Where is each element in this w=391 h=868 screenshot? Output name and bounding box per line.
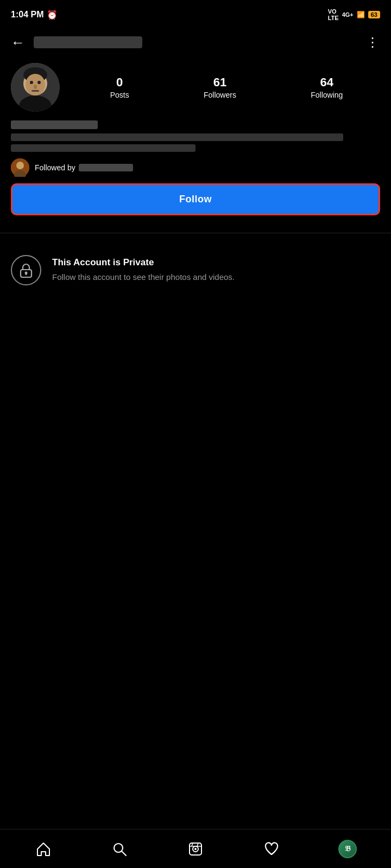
- following-count: 64: [320, 75, 333, 90]
- nav-left: ←: [11, 34, 142, 51]
- followed-by-section: Followed by: [11, 158, 380, 177]
- more-options-button[interactable]: ⋮: [366, 35, 380, 50]
- username-display: [34, 36, 142, 48]
- bio-line-2: [11, 144, 195, 152]
- reels-icon: [188, 841, 203, 857]
- time-display: 1:04 PM: [11, 10, 43, 20]
- bio-line-1: [11, 133, 343, 141]
- follower-avatar: [11, 158, 29, 177]
- svg-point-5: [30, 81, 33, 84]
- profile-top: 0 Posts 61 Followers 64 Following: [11, 63, 380, 112]
- network-label: VOLTE: [328, 8, 339, 21]
- search-icon: [112, 841, 127, 857]
- followed-by-label: Followed by: [35, 163, 75, 172]
- private-account-section: This Account is Private Follow this acco…: [0, 246, 391, 294]
- svg-point-6: [37, 81, 41, 84]
- profile-nav-avatar: 𝔅: [338, 840, 357, 858]
- svg-point-10: [16, 162, 24, 169]
- network-4g: 4G+: [342, 11, 354, 18]
- follower-name: [79, 164, 133, 171]
- follow-button[interactable]: Follow: [11, 183, 380, 215]
- svg-point-19: [194, 848, 197, 850]
- profile-nav-initials: 𝔅: [345, 844, 351, 853]
- status-time: 1:04 PM ⏰: [11, 10, 58, 20]
- private-description: Follow this account to see their photos …: [52, 271, 235, 283]
- following-stat[interactable]: 64 Following: [311, 75, 343, 99]
- posts-count: 0: [116, 75, 123, 90]
- followers-stat[interactable]: 61 Followers: [204, 75, 236, 99]
- nav-search[interactable]: [103, 835, 136, 863]
- followers-label: Followers: [204, 91, 236, 99]
- avatar-svg: [11, 63, 60, 112]
- alarm-icon: ⏰: [47, 10, 58, 20]
- bottom-nav: 𝔅: [0, 829, 391, 868]
- private-title: This Account is Private: [52, 257, 235, 268]
- heart-icon: [264, 841, 279, 857]
- nav-activity[interactable]: [255, 835, 288, 863]
- follower-avatar-img: [11, 158, 29, 177]
- svg-rect-8: [31, 90, 39, 92]
- bio-section: [11, 120, 380, 152]
- profile-avatar[interactable]: [11, 63, 60, 112]
- follow-button-wrap: Follow: [11, 183, 380, 224]
- top-nav: ← ⋮: [0, 27, 391, 58]
- back-button[interactable]: ←: [11, 34, 25, 51]
- lock-icon: [18, 262, 34, 278]
- following-label: Following: [311, 91, 343, 99]
- followed-by-text: Followed by: [35, 163, 133, 172]
- profile-section: 0 Posts 61 Followers 64 Following: [0, 58, 391, 233]
- nav-profile[interactable]: 𝔅: [331, 835, 364, 863]
- bio-name: [11, 120, 98, 129]
- section-divider: [0, 233, 391, 233]
- home-icon: [36, 841, 51, 857]
- avatar-image: [11, 63, 60, 112]
- signal-bars: 📶: [357, 11, 365, 18]
- status-bar: 1:04 PM ⏰ VOLTE 4G+ 📶 63: [0, 0, 391, 27]
- svg-rect-14: [26, 273, 27, 275]
- profile-stats: 0 Posts 61 Followers 64 Following: [73, 75, 380, 99]
- status-icons: VOLTE 4G+ 📶 63: [328, 8, 380, 21]
- svg-point-7: [34, 85, 37, 89]
- nav-home[interactable]: [27, 835, 60, 863]
- posts-stat[interactable]: 0 Posts: [110, 75, 129, 99]
- private-text: This Account is Private Follow this acco…: [52, 255, 235, 283]
- battery-indicator: 63: [368, 11, 380, 18]
- nav-reels[interactable]: [179, 835, 212, 863]
- followers-count: 61: [213, 75, 226, 90]
- lock-icon-wrap: [11, 255, 41, 285]
- posts-label: Posts: [110, 91, 129, 99]
- svg-line-16: [122, 851, 126, 856]
